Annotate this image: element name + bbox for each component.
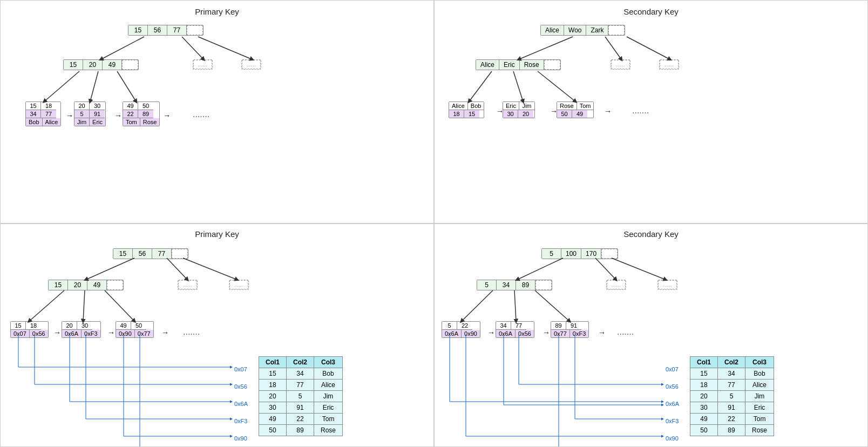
svg-line-7 bbox=[605, 37, 621, 59]
tl-l2-c3: 49 bbox=[103, 60, 122, 70]
bl-l3-k1: 49 bbox=[116, 322, 131, 330]
tr-root-c4 bbox=[608, 25, 625, 35]
tl-l1-r1c2: 18 bbox=[41, 102, 56, 110]
table-cell: 89 bbox=[287, 425, 314, 436]
table-cell: 15 bbox=[259, 368, 287, 380]
tl-l2-r3c2: Eric bbox=[90, 118, 105, 126]
tl-l2-r3c1: Jim bbox=[74, 118, 90, 126]
tr-leaf1: AliceBob 1815 bbox=[449, 101, 484, 118]
tr-l1-r1c2: Bob bbox=[468, 102, 484, 110]
svg-line-17 bbox=[105, 290, 134, 321]
table-cell: 22 bbox=[287, 414, 314, 425]
svg-line-13 bbox=[167, 258, 187, 280]
tl-l2-c1: 15 bbox=[64, 60, 83, 70]
br-l2-r1-c: ...... bbox=[607, 280, 626, 289]
panel-top-right-title: Secondary Key bbox=[443, 7, 859, 16]
tl-l2-c2: 20 bbox=[83, 60, 103, 70]
br-root: 5 100 170 bbox=[541, 248, 618, 259]
tr-l2-c2: Eric bbox=[499, 60, 520, 70]
tl-l2-r2-c: ...... bbox=[242, 60, 261, 69]
panel-bottom-right-title: Secondary Key bbox=[439, 229, 863, 239]
tr-l2-r1c2: Jim bbox=[519, 102, 534, 110]
br-ptr-0x90: 0x90 bbox=[666, 435, 679, 442]
br-th-col2: Col2 bbox=[718, 357, 745, 368]
tl-root-c4 bbox=[187, 25, 203, 35]
br-l2-r2-c: ...... bbox=[658, 280, 677, 289]
svg-line-1 bbox=[182, 37, 204, 59]
table-cell: 49 bbox=[259, 414, 287, 425]
table-cell: 30 bbox=[259, 402, 287, 414]
tl-l2-left: 15 20 49 bbox=[63, 59, 139, 70]
bl-ptr-0x90: 0x90 bbox=[234, 435, 247, 442]
tl-root-c3: 77 bbox=[167, 25, 187, 35]
table-cell: 77 bbox=[287, 380, 314, 391]
table-cell: 30 bbox=[690, 402, 718, 414]
bl-l1-p1: 0x07 bbox=[11, 330, 30, 337]
bl-leaf3: 49 50 0x90 0x77 bbox=[116, 321, 154, 338]
bl-l2-c3: 49 bbox=[87, 280, 107, 290]
br-th-col1: Col1 bbox=[690, 357, 718, 368]
svg-line-8 bbox=[627, 37, 670, 59]
br-l2-p2: 0x56 bbox=[516, 330, 534, 337]
table-cell: 20 bbox=[259, 391, 287, 402]
br-l2-k2: 77 bbox=[511, 322, 526, 330]
tl-l3-r2c2: 89 bbox=[138, 110, 153, 118]
bl-table: Col1 Col2 Col3 1534Bob1877Alice205Jim309… bbox=[259, 356, 343, 436]
br-l3-k1: 89 bbox=[551, 322, 566, 330]
tl-l3-r1c1: 49 bbox=[123, 102, 138, 110]
br-table: Col1 Col2 Col3 1534Bob1877Alice205Jim309… bbox=[690, 356, 774, 436]
tl-root-c1: 15 bbox=[128, 25, 148, 35]
svg-line-23 bbox=[535, 290, 569, 321]
tl-l1-r2c1: 34 bbox=[26, 110, 41, 118]
bl-l2-r1: ...... bbox=[178, 280, 198, 290]
tr-root-c3: Zark bbox=[586, 25, 608, 35]
tl-l3-r3c1: Tom bbox=[123, 118, 140, 126]
svg-line-19 bbox=[595, 258, 616, 280]
br-l2-c4 bbox=[535, 280, 552, 290]
br-th-col3: Col3 bbox=[745, 357, 774, 368]
table-cell: 91 bbox=[287, 402, 314, 414]
tl-l1-r2c2: 77 bbox=[41, 110, 56, 118]
tl-l2-r2: ...... bbox=[241, 59, 261, 70]
bl-arr2: → bbox=[107, 328, 115, 337]
br-root-c4 bbox=[601, 249, 618, 259]
tl-l1-r1c1: 15 bbox=[26, 102, 41, 110]
tr-l2-r2-c: ...... bbox=[660, 60, 679, 69]
tr-l2-c3: Rose bbox=[520, 60, 544, 70]
tl-leaf3: 4950 2289 TomRose bbox=[123, 101, 160, 126]
tr-l2-r1-c: ...... bbox=[611, 60, 630, 69]
bottom-left-diagram: 15 56 77 15 20 49 ...... ...... bbox=[5, 243, 429, 447]
svg-line-22 bbox=[514, 290, 516, 321]
br-ptr-0x07: 0x07 bbox=[666, 366, 679, 372]
br-l2-left: 5 34 89 bbox=[477, 280, 552, 290]
svg-line-0 bbox=[101, 37, 144, 59]
tl-l1-r3c1: Bob bbox=[26, 118, 43, 126]
panel-bottom-left-title: Primary Key bbox=[5, 229, 429, 239]
tr-l2-c4 bbox=[544, 60, 560, 70]
tr-dots: ....... bbox=[632, 106, 649, 116]
bl-root-c1: 15 bbox=[113, 249, 133, 259]
bl-l1-k1: 15 bbox=[11, 322, 26, 330]
tl-leaf1: 1518 3477 BobAlice bbox=[25, 101, 61, 126]
panel-top-left: Primary Key 15 56 77 15 20 49 ...... ...… bbox=[0, 0, 434, 223]
tl-l1-r3c2: Alice bbox=[43, 118, 61, 126]
table-cell: 5 bbox=[287, 391, 314, 402]
tl-l2-r1-c: ...... bbox=[193, 60, 212, 69]
table-cell: 34 bbox=[287, 368, 314, 380]
top-left-diagram: 15 56 77 15 20 49 ...... ...... 1 bbox=[9, 21, 425, 139]
bl-l2-c1: 15 bbox=[49, 280, 68, 290]
br-arr2: → bbox=[542, 328, 550, 337]
tr-l1-r1c1: Alice bbox=[449, 102, 468, 110]
svg-line-2 bbox=[198, 37, 252, 59]
tl-l2-c4 bbox=[122, 60, 138, 70]
br-l1-p1: 0x6A bbox=[442, 330, 462, 337]
bl-l2-k2: 30 bbox=[77, 322, 92, 330]
tr-svg-lines bbox=[443, 21, 859, 139]
table-cell: 49 bbox=[690, 414, 718, 425]
table-cell: Jim bbox=[314, 391, 343, 402]
br-ptr-0xF3: 0xF3 bbox=[666, 418, 679, 424]
tr-l3-r1c2: Tom bbox=[577, 102, 594, 110]
bl-l3-p1: 0x90 bbox=[116, 330, 135, 337]
table-cell: 18 bbox=[259, 380, 287, 391]
br-leaf2: 34 77 0x6A 0x56 bbox=[496, 321, 534, 338]
